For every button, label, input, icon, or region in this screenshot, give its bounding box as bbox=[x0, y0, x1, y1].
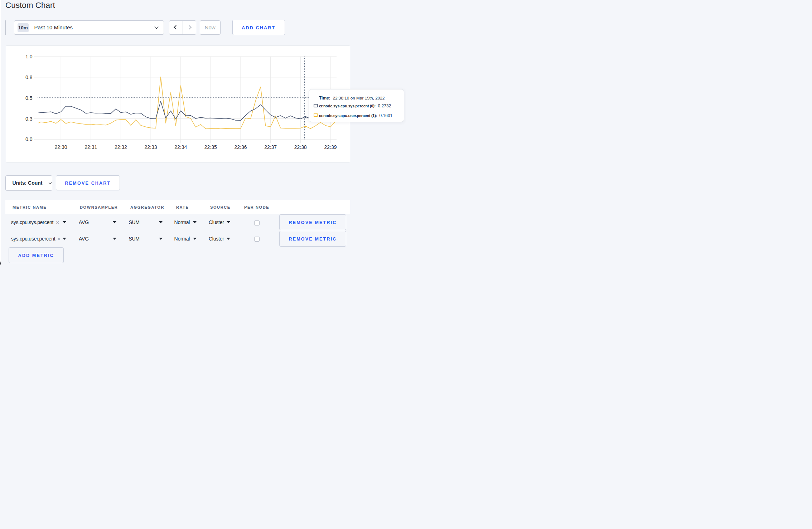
svg-text:22:38: 22:38 bbox=[294, 144, 307, 150]
svg-text:22:30: 22:30 bbox=[55, 144, 67, 150]
svg-text:22:35: 22:35 bbox=[204, 144, 217, 150]
svg-text:22:37: 22:37 bbox=[264, 144, 277, 150]
svg-text:0.5: 0.5 bbox=[25, 95, 33, 101]
svg-text:22:32: 22:32 bbox=[115, 144, 127, 150]
svg-text:0.0: 0.0 bbox=[25, 136, 33, 142]
svg-text:0.8: 0.8 bbox=[25, 74, 33, 80]
svg-text:22:31: 22:31 bbox=[84, 144, 97, 150]
svg-text:0.3: 0.3 bbox=[25, 116, 33, 121]
svg-text:1.0: 1.0 bbox=[25, 54, 33, 59]
svg-text:22:33: 22:33 bbox=[145, 144, 157, 150]
svg-text:22:39: 22:39 bbox=[324, 144, 337, 150]
svg-text:22:34: 22:34 bbox=[174, 144, 187, 150]
svg-text:22:36: 22:36 bbox=[234, 144, 247, 150]
